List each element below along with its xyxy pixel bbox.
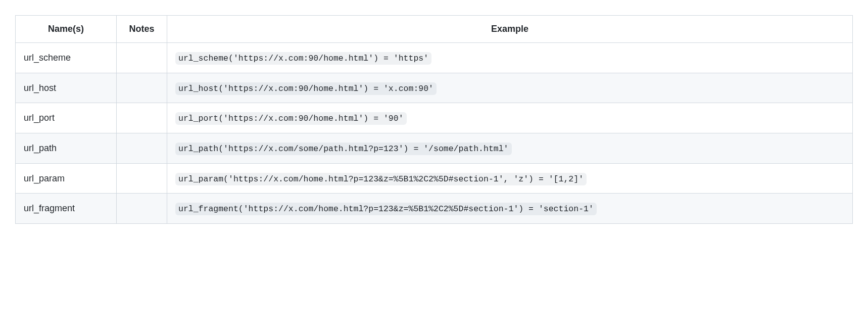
cell-example: url_port('https://x.com:90/home.html') =… [167, 103, 853, 133]
cell-name: url_host [16, 73, 117, 103]
functions-table: Name(s) Notes Example url_scheme url_sch… [15, 15, 853, 224]
example-code: url_host('https://x.com:90/home.html') =… [175, 82, 437, 95]
cell-name: url_port [16, 103, 117, 133]
header-notes: Notes [117, 16, 167, 43]
cell-notes [117, 194, 167, 224]
cell-name: url_path [16, 133, 117, 164]
header-names: Name(s) [16, 16, 117, 43]
cell-example: url_fragment('https://x.com/home.html?p=… [167, 194, 853, 224]
cell-example: url_scheme('https://x.com:90/home.html')… [167, 43, 853, 73]
table-row: url_host url_host('https://x.com:90/home… [16, 73, 853, 103]
example-code: url_port('https://x.com:90/home.html') =… [175, 112, 407, 125]
table-row: url_port url_port('https://x.com:90/home… [16, 103, 853, 133]
cell-notes [117, 133, 167, 164]
example-code: url_scheme('https://x.com:90/home.html')… [175, 52, 431, 65]
cell-notes [117, 103, 167, 133]
cell-name: url_fragment [16, 194, 117, 224]
example-code: url_path('https://x.com/some/path.html?p… [175, 143, 512, 155]
cell-example: url_host('https://x.com:90/home.html') =… [167, 73, 853, 103]
table-row: url_param url_param('https://x.com/home.… [16, 163, 853, 194]
example-code: url_param('https://x.com/home.html?p=123… [175, 173, 587, 185]
cell-example: url_param('https://x.com/home.html?p=123… [167, 163, 853, 194]
header-example: Example [167, 16, 853, 43]
cell-name: url_param [16, 163, 117, 194]
cell-example: url_path('https://x.com/some/path.html?p… [167, 133, 853, 164]
cell-notes [117, 73, 167, 103]
table-row: url_fragment url_fragment('https://x.com… [16, 194, 853, 224]
table-header-row: Name(s) Notes Example [16, 16, 853, 43]
example-code: url_fragment('https://x.com/home.html?p=… [175, 203, 597, 215]
cell-notes [117, 43, 167, 73]
table-row: url_scheme url_scheme('https://x.com:90/… [16, 43, 853, 73]
cell-notes [117, 163, 167, 194]
table-row: url_path url_path('https://x.com/some/pa… [16, 133, 853, 164]
cell-name: url_scheme [16, 43, 117, 73]
